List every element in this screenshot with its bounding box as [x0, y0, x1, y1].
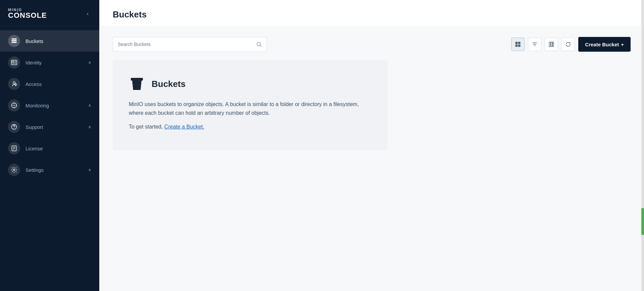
empty-card-title: Buckets — [152, 79, 185, 89]
identity-chevron-icon: ∧ — [88, 60, 91, 65]
empty-card-header: Buckets — [129, 76, 372, 92]
empty-state-card: Buckets MinIO uses buckets to organize o… — [113, 60, 388, 150]
scrollbar-thumb — [641, 208, 644, 235]
svg-rect-29 — [518, 45, 521, 47]
support-chevron-icon: ∧ — [88, 125, 91, 129]
cta-prefix: To get started, — [129, 124, 163, 130]
sidebar: MIN|O CONSOLE ‹ Buckets — [0, 0, 99, 291]
svg-rect-31 — [551, 42, 552, 47]
main-area: Buckets — [99, 0, 644, 291]
sidebar-item-label-settings: Settings — [25, 167, 88, 173]
license-icon — [8, 142, 20, 154]
create-bucket-link[interactable]: Create a Bucket. — [164, 124, 204, 130]
svg-point-8 — [13, 82, 15, 84]
buckets-icon — [8, 35, 20, 47]
sidebar-nav: Buckets Identity ∧ — [0, 26, 99, 291]
sidebar-item-buckets[interactable]: Buckets — [0, 30, 99, 52]
filter-button[interactable] — [528, 38, 541, 51]
sidebar-item-settings[interactable]: Settings ∧ — [0, 159, 99, 181]
sidebar-logo: MIN|O CONSOLE ‹ — [0, 0, 99, 26]
sidebar-item-support[interactable]: Support ∧ — [0, 116, 99, 138]
svg-rect-30 — [549, 42, 551, 47]
svg-rect-34 — [131, 78, 143, 81]
scrollbar-track — [641, 0, 644, 291]
sidebar-item-label-access: Access — [25, 81, 91, 87]
toolbar: Create Bucket + — [113, 37, 631, 52]
identity-icon — [8, 56, 20, 68]
svg-rect-32 — [553, 42, 554, 47]
svg-line-25 — [260, 45, 261, 46]
logo: MIN|O CONSOLE — [8, 8, 47, 19]
svg-point-23 — [13, 169, 15, 171]
svg-rect-2 — [12, 42, 17, 43]
sidebar-item-label-buckets: Buckets — [25, 38, 91, 44]
search-input[interactable] — [118, 42, 256, 47]
sidebar-item-access[interactable]: Access — [0, 73, 99, 95]
svg-rect-1 — [12, 40, 17, 41]
svg-point-9 — [15, 84, 17, 85]
settings-chevron-icon: ∧ — [88, 167, 91, 172]
columns-button[interactable] — [545, 38, 558, 51]
page-title: Buckets — [113, 9, 631, 20]
settings-icon — [8, 164, 20, 176]
monitoring-icon — [8, 99, 20, 111]
sidebar-item-identity[interactable]: Identity ∧ — [0, 52, 99, 73]
create-bucket-plus-icon: + — [621, 42, 624, 47]
create-bucket-label: Create Bucket — [585, 42, 619, 47]
svg-rect-4 — [12, 61, 14, 62]
main-content: Create Bucket + Buckets MinIO uses bucke… — [99, 27, 644, 291]
sidebar-item-monitoring[interactable]: Monitoring ∧ — [0, 95, 99, 116]
logo-console: CONSOLE — [8, 12, 47, 19]
empty-card-description: MinIO uses buckets to organize objects. … — [129, 100, 372, 117]
access-icon — [8, 78, 20, 90]
svg-rect-0 — [12, 39, 17, 40]
sidebar-item-label-monitoring: Monitoring — [25, 103, 88, 108]
bucket-large-icon — [129, 76, 145, 92]
sidebar-item-license[interactable]: License — [0, 138, 99, 159]
monitoring-chevron-icon: ∧ — [88, 103, 91, 108]
sidebar-item-label-license: License — [25, 146, 91, 151]
support-icon — [8, 121, 20, 133]
svg-rect-26 — [516, 42, 518, 44]
svg-point-18 — [14, 128, 14, 129]
empty-card-cta: To get started, Create a Bucket. — [129, 123, 372, 131]
page-header: Buckets — [99, 0, 644, 27]
svg-rect-27 — [518, 42, 521, 44]
refresh-button[interactable] — [561, 38, 575, 51]
grid-view-button[interactable] — [511, 38, 525, 51]
create-bucket-button[interactable]: Create Bucket + — [578, 37, 631, 52]
svg-rect-28 — [516, 45, 518, 47]
search-button[interactable] — [256, 41, 262, 47]
sidebar-item-label-identity: Identity — [25, 60, 88, 65]
svg-point-12 — [13, 105, 14, 106]
sidebar-item-label-support: Support — [25, 124, 88, 130]
search-box — [113, 37, 267, 52]
sidebar-collapse-button[interactable]: ‹ — [84, 9, 91, 18]
